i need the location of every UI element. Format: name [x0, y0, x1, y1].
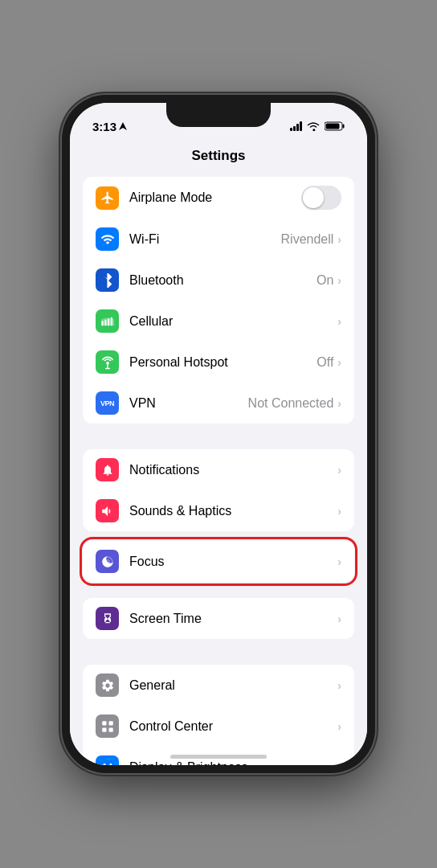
screentime-chevron: › — [337, 612, 341, 625]
notifications-svg — [101, 463, 114, 477]
focus-label: Focus — [129, 555, 337, 569]
display-label: Display & Brightness — [129, 760, 337, 766]
airplane-svg — [100, 190, 115, 205]
cellular-icon — [96, 309, 119, 333]
airplane-mode-label: Airplane Mode — [129, 190, 301, 205]
cellular-chevron: › — [337, 315, 341, 328]
focus-group: Focus › — [83, 541, 354, 582]
bluetooth-svg — [102, 273, 113, 288]
page-title: Settings — [70, 138, 367, 177]
svg-rect-1 — [343, 125, 345, 129]
focus-section: Focus › — [83, 541, 354, 582]
general-group: General › Control Center › — [83, 665, 354, 765]
cellular-row[interactable]: Cellular › — [83, 301, 354, 342]
notifications-row[interactable]: Notifications › — [83, 449, 354, 490]
hotspot-icon — [96, 350, 119, 374]
screentime-svg — [101, 612, 114, 626]
phone-frame: 3:13 — [62, 95, 375, 773]
network-group: Airplane Mode Wi-Fi Rivendell › — [83, 177, 354, 424]
vpn-icon: VPN — [96, 391, 119, 415]
vpn-text: VPN — [100, 399, 114, 407]
screentime-label: Screen Time — [129, 612, 337, 626]
general-icon — [96, 674, 119, 697]
sounds-row[interactable]: Sounds & Haptics › — [83, 490, 354, 531]
location-icon — [119, 122, 127, 130]
status-time: 3:13 — [92, 120, 127, 133]
svg-rect-9 — [102, 721, 106, 725]
focus-svg — [100, 555, 115, 569]
bluetooth-value: On — [317, 273, 333, 288]
sounds-svg — [100, 504, 115, 518]
wifi-icon — [96, 227, 119, 251]
home-indicator — [170, 755, 267, 759]
bluetooth-chevron: › — [337, 274, 341, 287]
screentime-group: Screen Time › — [83, 598, 354, 639]
general-svg — [100, 678, 115, 693]
cellular-svg — [100, 314, 115, 329]
wifi-label: Wi-Fi — [129, 232, 281, 247]
airplane-mode-row[interactable]: Airplane Mode — [83, 177, 354, 219]
phone-screen: 3:13 — [70, 103, 367, 765]
display-icon: AA — [96, 755, 119, 765]
notch — [166, 103, 271, 127]
time-label: 3:13 — [92, 120, 116, 133]
sounds-icon — [96, 499, 119, 522]
svg-rect-11 — [102, 727, 106, 731]
cellular-label: Cellular — [129, 314, 337, 329]
focus-chevron: › — [337, 555, 341, 568]
focus-icon — [96, 550, 119, 573]
controlcenter-row[interactable]: Control Center › — [83, 706, 354, 747]
svg-rect-2 — [326, 124, 340, 129]
controlcenter-icon — [96, 714, 119, 738]
display-chevron: › — [337, 761, 341, 766]
hotspot-chevron: › — [337, 356, 341, 369]
svg-rect-6 — [110, 317, 112, 326]
general-chevron: › — [337, 679, 341, 692]
display-aa-text: AA — [101, 762, 113, 766]
bluetooth-row[interactable]: Bluetooth On › — [83, 260, 354, 301]
focus-row[interactable]: Focus › — [83, 541, 354, 582]
vpn-value: Not Connected — [248, 396, 334, 411]
vpn-row[interactable]: VPN VPN Not Connected › — [83, 383, 354, 424]
sounds-chevron: › — [337, 505, 341, 518]
hotspot-value: Off — [317, 355, 333, 370]
notifications-icon — [96, 458, 119, 481]
wifi-value: Rivendell — [281, 232, 334, 247]
controlcenter-chevron: › — [337, 720, 341, 733]
general-label: General — [129, 678, 337, 693]
airplane-mode-toggle[interactable] — [301, 186, 341, 210]
hotspot-svg — [100, 355, 115, 370]
vpn-label: VPN — [129, 396, 248, 411]
vpn-chevron: › — [337, 397, 341, 410]
hotspot-row[interactable]: Personal Hotspot Off › — [83, 342, 354, 383]
signal-icon — [290, 121, 302, 131]
sounds-label: Sounds & Haptics — [129, 504, 337, 518]
notifications-chevron: › — [337, 464, 341, 477]
wifi-row[interactable]: Wi-Fi Rivendell › — [83, 219, 354, 260]
wifi-svg — [100, 232, 115, 247]
general-row[interactable]: General › — [83, 665, 354, 706]
svg-rect-4 — [104, 319, 106, 326]
screentime-row[interactable]: Screen Time › — [83, 598, 354, 639]
bluetooth-icon — [96, 268, 119, 292]
notifications-label: Notifications — [129, 463, 337, 477]
controlcenter-svg — [100, 719, 115, 734]
status-icons — [290, 121, 345, 131]
bluetooth-label: Bluetooth — [129, 273, 317, 288]
svg-rect-3 — [101, 321, 103, 326]
wifi-status-icon — [307, 121, 320, 131]
svg-rect-10 — [108, 721, 112, 725]
svg-rect-12 — [108, 727, 112, 731]
screentime-icon — [96, 607, 119, 630]
page-content: Settings Airplane Mode — [70, 138, 367, 765]
svg-rect-5 — [108, 318, 109, 326]
wifi-chevron: › — [337, 233, 341, 246]
hotspot-label: Personal Hotspot — [129, 355, 317, 370]
notifications-group: Notifications › Sounds & Haptics › — [83, 449, 354, 531]
controlcenter-label: Control Center — [129, 719, 337, 734]
battery-icon — [325, 121, 345, 131]
airplane-mode-icon — [96, 186, 119, 210]
